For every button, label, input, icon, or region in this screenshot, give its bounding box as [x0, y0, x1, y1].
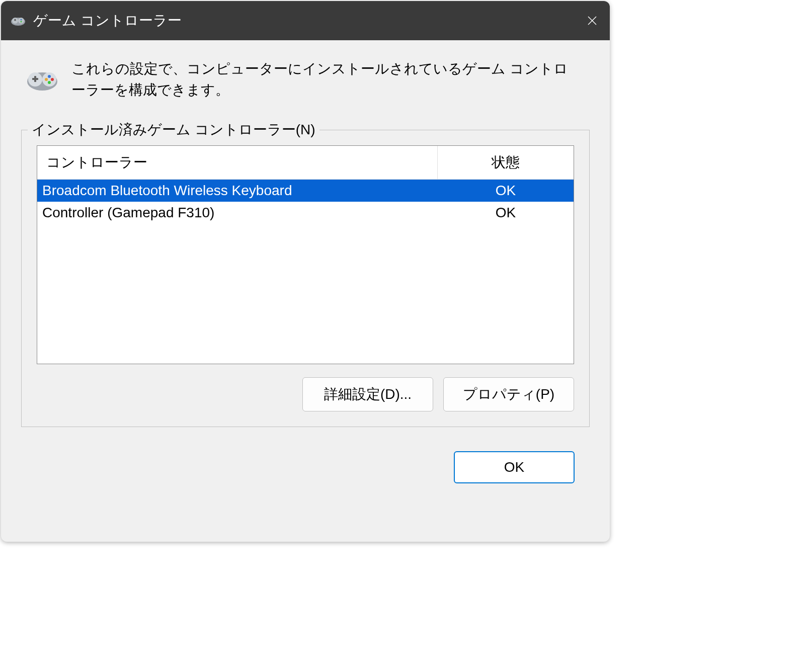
- svg-point-13: [48, 81, 51, 84]
- column-header-controller[interactable]: コントローラー: [37, 146, 438, 179]
- groupbox-buttons: 詳細設定(D)... プロパティ(P): [37, 377, 574, 411]
- close-button[interactable]: [575, 1, 610, 40]
- list-row[interactable]: Controller (Gamepad F310) OK: [37, 202, 574, 224]
- controller-name: Broadcom Bluetooth Wireless Keyboard: [37, 180, 438, 202]
- controllers-list[interactable]: コントローラー 状態 Broadcom Bluetooth Wireless K…: [37, 145, 574, 364]
- header-description: これらの設定で、コンピューターにインストールされているゲーム コントローラーを構…: [71, 58, 595, 101]
- svg-rect-17: [34, 76, 36, 82]
- properties-button[interactable]: プロパティ(P): [443, 377, 574, 411]
- advanced-settings-button[interactable]: 詳細設定(D)...: [302, 377, 433, 411]
- column-header-status[interactable]: 状態: [438, 146, 574, 179]
- svg-point-11: [42, 72, 56, 87]
- titlebar-left: ゲーム コントローラー: [10, 11, 182, 30]
- titlebar: ゲーム コントローラー: [1, 1, 610, 40]
- close-icon: [586, 15, 598, 27]
- svg-point-2: [18, 18, 24, 24]
- gamepad-large-icon: [25, 61, 59, 96]
- svg-point-12: [48, 75, 51, 78]
- svg-rect-6: [15, 19, 16, 21]
- dialog-footer: OK: [16, 427, 595, 483]
- svg-point-14: [45, 78, 48, 81]
- list-header: コントローラー 状態: [37, 146, 574, 180]
- ok-button[interactable]: OK: [454, 451, 575, 483]
- list-body: Broadcom Bluetooth Wireless Keyboard OK …: [37, 180, 574, 224]
- gamepad-icon: [10, 13, 26, 29]
- header-section: これらの設定で、コンピューターにインストールされているゲーム コントローラーを構…: [16, 58, 595, 101]
- controller-status: OK: [438, 180, 574, 202]
- window-title: ゲーム コントローラー: [33, 11, 182, 30]
- svg-point-4: [21, 21, 22, 23]
- svg-point-15: [51, 78, 54, 81]
- game-controllers-dialog: ゲーム コントローラー: [1, 1, 610, 542]
- controller-status: OK: [438, 202, 574, 224]
- controller-name: Controller (Gamepad F310): [37, 202, 438, 224]
- svg-point-3: [21, 19, 22, 21]
- groupbox-label: インストール済みゲーム コントローラー(N): [28, 120, 319, 139]
- installed-controllers-group: インストール済みゲーム コントローラー(N) コントローラー 状態 Broadc…: [21, 130, 590, 427]
- dialog-content: これらの設定で、コンピューターにインストールされているゲーム コントローラーを構…: [1, 40, 610, 493]
- list-row[interactable]: Broadcom Bluetooth Wireless Keyboard OK: [37, 180, 574, 202]
